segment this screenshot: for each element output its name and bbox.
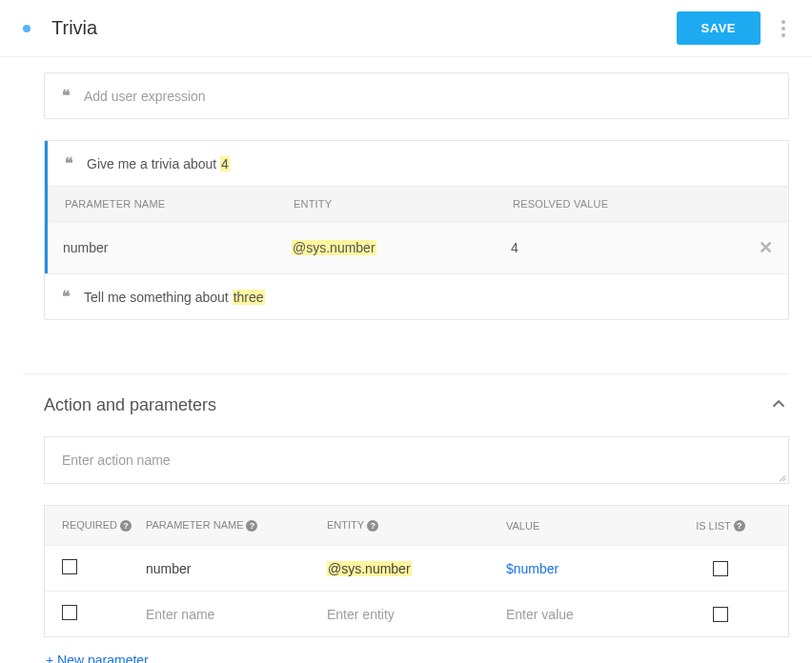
parameters-table-header: REQUIRED? PARAMETER NAME? ENTITY? VALUE …: [45, 506, 788, 545]
param-value-cell[interactable]: $number: [506, 561, 687, 576]
quote-icon: ❝: [62, 288, 71, 306]
parameter-row: number @sys.number $number: [45, 545, 788, 591]
header-resolved-value: RESOLVED VALUE: [513, 198, 771, 210]
param-entity-cell[interactable]: @sys.number: [327, 561, 506, 576]
header-parameter-name: PARAMETER NAME: [65, 198, 294, 210]
header-parameter-name: PARAMETER NAME?: [146, 519, 327, 532]
action-name-placeholder: Enter action name: [62, 452, 171, 468]
param-name-placeholder[interactable]: Enter name: [146, 607, 327, 622]
param-entity-cell[interactable]: @sys.number: [292, 240, 511, 255]
page-header: Trivia SAVE: [0, 0, 812, 57]
section-header: Action and parameters: [44, 393, 789, 417]
resize-handle-icon[interactable]: [775, 470, 786, 481]
help-icon[interactable]: ?: [246, 520, 257, 532]
help-icon[interactable]: ?: [120, 520, 132, 532]
islist-checkbox[interactable]: [713, 561, 728, 576]
header-required: REQUIRED?: [62, 519, 146, 532]
param-entity-placeholder[interactable]: Enter entity: [327, 607, 506, 622]
add-expression-input[interactable]: ❝ Add user expression: [44, 72, 789, 119]
expression-highlight[interactable]: three: [233, 290, 265, 305]
expression-prefix: Give me a trivia about: [87, 156, 220, 171]
required-checkbox[interactable]: [62, 559, 77, 574]
required-checkbox[interactable]: [62, 605, 77, 620]
expression-prefix: Tell me something about: [84, 290, 233, 305]
quote-icon: ❝: [62, 87, 71, 105]
header-entity: ENTITY?: [327, 519, 506, 532]
save-button[interactable]: SAVE: [677, 11, 761, 45]
expression-highlight[interactable]: 4: [220, 156, 230, 171]
intent-dot-icon: [23, 25, 30, 32]
training-phrases-section: ❝ Add user expression ❝ Give me a trivia…: [0, 57, 812, 339]
expression-row[interactable]: ❝ Give me a trivia about 4: [48, 141, 788, 186]
collapse-chevron-icon[interactable]: [768, 393, 789, 417]
action-parameters-section: Action and parameters Enter action name …: [0, 374, 812, 663]
param-value-placeholder[interactable]: Enter value: [506, 607, 687, 622]
entity-highlight: @sys.number: [292, 240, 376, 255]
page-title[interactable]: Trivia: [51, 17, 677, 39]
parameters-table: REQUIRED? PARAMETER NAME? ENTITY? VALUE …: [44, 505, 789, 637]
param-table-header: PARAMETER NAME ENTITY RESOLVED VALUE: [48, 186, 788, 221]
islist-checkbox[interactable]: [713, 607, 728, 622]
more-menu-icon[interactable]: [778, 16, 789, 41]
expression-item-selected: ❝ Give me a trivia about 4 PARAMETER NAM…: [45, 141, 788, 273]
param-resolved-cell: 4: [511, 240, 744, 255]
action-name-input[interactable]: Enter action name: [44, 436, 789, 484]
remove-param-icon[interactable]: ✕: [744, 237, 773, 258]
new-parameter-link[interactable]: + New parameter: [46, 653, 789, 663]
quote-icon: ❝: [65, 154, 73, 172]
section-title: Action and parameters: [44, 395, 216, 415]
add-expression-placeholder: Add user expression: [84, 89, 206, 104]
entity-highlight: @sys.number: [327, 561, 412, 576]
header-is-list: IS LIST?: [687, 520, 754, 532]
param-name-cell[interactable]: number: [146, 561, 327, 576]
help-icon[interactable]: ?: [367, 520, 378, 532]
help-icon[interactable]: ?: [734, 520, 745, 532]
expression-row[interactable]: ❝ Tell me something about three: [45, 273, 788, 319]
param-table-row: number @sys.number 4 ✕: [48, 221, 788, 273]
expression-text: Tell me something about three: [84, 290, 265, 305]
expression-list: ❝ Give me a trivia about 4 PARAMETER NAM…: [44, 140, 789, 320]
expression-text: Give me a trivia about 4: [87, 156, 230, 171]
parameter-row-empty: Enter name Enter entity Enter value: [45, 591, 788, 636]
header-entity: ENTITY: [294, 198, 513, 210]
header-value: VALUE: [506, 520, 687, 532]
param-name-cell[interactable]: number: [63, 240, 292, 255]
